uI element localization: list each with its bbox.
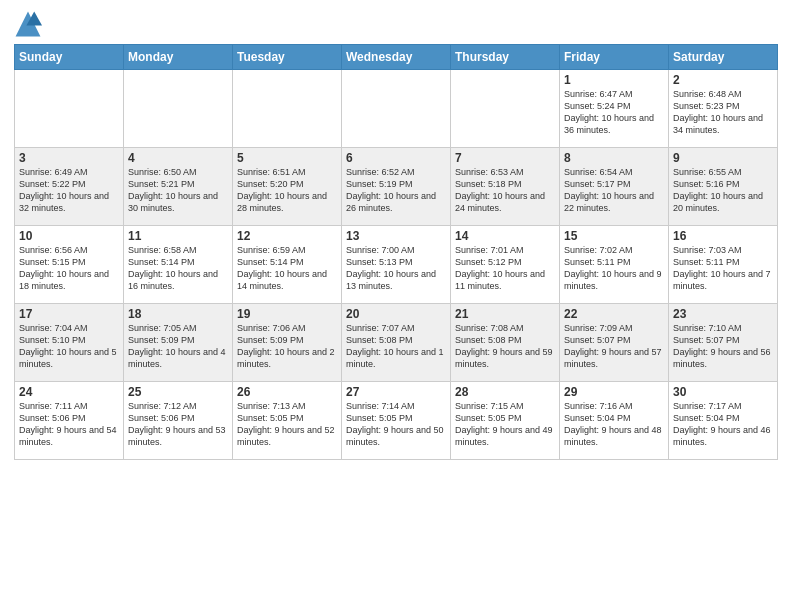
- day-info: Sunrise: 7:10 AM Sunset: 5:07 PM Dayligh…: [673, 322, 773, 371]
- day-info: Sunrise: 7:09 AM Sunset: 5:07 PM Dayligh…: [564, 322, 664, 371]
- calendar-cell: 4Sunrise: 6:50 AM Sunset: 5:21 PM Daylig…: [124, 148, 233, 226]
- day-info: Sunrise: 7:13 AM Sunset: 5:05 PM Dayligh…: [237, 400, 337, 449]
- day-info: Sunrise: 7:00 AM Sunset: 5:13 PM Dayligh…: [346, 244, 446, 293]
- header-day-tuesday: Tuesday: [233, 45, 342, 70]
- day-number: 15: [564, 229, 664, 243]
- calendar-cell: [342, 70, 451, 148]
- day-info: Sunrise: 6:50 AM Sunset: 5:21 PM Dayligh…: [128, 166, 228, 215]
- day-info: Sunrise: 7:08 AM Sunset: 5:08 PM Dayligh…: [455, 322, 555, 371]
- calendar-cell: 16Sunrise: 7:03 AM Sunset: 5:11 PM Dayli…: [669, 226, 778, 304]
- day-info: Sunrise: 7:14 AM Sunset: 5:05 PM Dayligh…: [346, 400, 446, 449]
- calendar-week-1: 1Sunrise: 6:47 AM Sunset: 5:24 PM Daylig…: [15, 70, 778, 148]
- calendar-cell: 17Sunrise: 7:04 AM Sunset: 5:10 PM Dayli…: [15, 304, 124, 382]
- calendar-cell: [124, 70, 233, 148]
- calendar-week-3: 10Sunrise: 6:56 AM Sunset: 5:15 PM Dayli…: [15, 226, 778, 304]
- day-number: 3: [19, 151, 119, 165]
- calendar-cell: 19Sunrise: 7:06 AM Sunset: 5:09 PM Dayli…: [233, 304, 342, 382]
- day-number: 25: [128, 385, 228, 399]
- calendar-cell: 7Sunrise: 6:53 AM Sunset: 5:18 PM Daylig…: [451, 148, 560, 226]
- calendar-week-2: 3Sunrise: 6:49 AM Sunset: 5:22 PM Daylig…: [15, 148, 778, 226]
- calendar-cell: 24Sunrise: 7:11 AM Sunset: 5:06 PM Dayli…: [15, 382, 124, 460]
- day-number: 19: [237, 307, 337, 321]
- calendar-week-5: 24Sunrise: 7:11 AM Sunset: 5:06 PM Dayli…: [15, 382, 778, 460]
- calendar-cell: 30Sunrise: 7:17 AM Sunset: 5:04 PM Dayli…: [669, 382, 778, 460]
- day-info: Sunrise: 7:06 AM Sunset: 5:09 PM Dayligh…: [237, 322, 337, 371]
- day-info: Sunrise: 6:59 AM Sunset: 5:14 PM Dayligh…: [237, 244, 337, 293]
- day-info: Sunrise: 6:52 AM Sunset: 5:19 PM Dayligh…: [346, 166, 446, 215]
- day-info: Sunrise: 7:03 AM Sunset: 5:11 PM Dayligh…: [673, 244, 773, 293]
- day-info: Sunrise: 7:05 AM Sunset: 5:09 PM Dayligh…: [128, 322, 228, 371]
- day-info: Sunrise: 7:17 AM Sunset: 5:04 PM Dayligh…: [673, 400, 773, 449]
- calendar-cell: 23Sunrise: 7:10 AM Sunset: 5:07 PM Dayli…: [669, 304, 778, 382]
- day-info: Sunrise: 6:49 AM Sunset: 5:22 PM Dayligh…: [19, 166, 119, 215]
- calendar-cell: [15, 70, 124, 148]
- day-number: 29: [564, 385, 664, 399]
- calendar-header-row: SundayMondayTuesdayWednesdayThursdayFrid…: [15, 45, 778, 70]
- logo: [14, 10, 46, 38]
- calendar-week-4: 17Sunrise: 7:04 AM Sunset: 5:10 PM Dayli…: [15, 304, 778, 382]
- day-info: Sunrise: 6:48 AM Sunset: 5:23 PM Dayligh…: [673, 88, 773, 137]
- header-day-wednesday: Wednesday: [342, 45, 451, 70]
- day-info: Sunrise: 6:56 AM Sunset: 5:15 PM Dayligh…: [19, 244, 119, 293]
- header-day-saturday: Saturday: [669, 45, 778, 70]
- day-number: 6: [346, 151, 446, 165]
- day-info: Sunrise: 6:54 AM Sunset: 5:17 PM Dayligh…: [564, 166, 664, 215]
- day-number: 26: [237, 385, 337, 399]
- day-number: 17: [19, 307, 119, 321]
- calendar-cell: [451, 70, 560, 148]
- day-number: 4: [128, 151, 228, 165]
- calendar-cell: 22Sunrise: 7:09 AM Sunset: 5:07 PM Dayli…: [560, 304, 669, 382]
- day-number: 7: [455, 151, 555, 165]
- day-number: 1: [564, 73, 664, 87]
- calendar-cell: [233, 70, 342, 148]
- day-number: 10: [19, 229, 119, 243]
- day-number: 18: [128, 307, 228, 321]
- page-container: SundayMondayTuesdayWednesdayThursdayFrid…: [0, 0, 792, 466]
- calendar-cell: 15Sunrise: 7:02 AM Sunset: 5:11 PM Dayli…: [560, 226, 669, 304]
- header-day-monday: Monday: [124, 45, 233, 70]
- day-number: 23: [673, 307, 773, 321]
- day-info: Sunrise: 7:15 AM Sunset: 5:05 PM Dayligh…: [455, 400, 555, 449]
- day-number: 12: [237, 229, 337, 243]
- day-info: Sunrise: 7:04 AM Sunset: 5:10 PM Dayligh…: [19, 322, 119, 371]
- day-info: Sunrise: 7:16 AM Sunset: 5:04 PM Dayligh…: [564, 400, 664, 449]
- calendar-cell: 20Sunrise: 7:07 AM Sunset: 5:08 PM Dayli…: [342, 304, 451, 382]
- calendar-cell: 5Sunrise: 6:51 AM Sunset: 5:20 PM Daylig…: [233, 148, 342, 226]
- day-info: Sunrise: 6:47 AM Sunset: 5:24 PM Dayligh…: [564, 88, 664, 137]
- day-number: 30: [673, 385, 773, 399]
- day-number: 5: [237, 151, 337, 165]
- header-day-sunday: Sunday: [15, 45, 124, 70]
- calendar-cell: 18Sunrise: 7:05 AM Sunset: 5:09 PM Dayli…: [124, 304, 233, 382]
- day-number: 22: [564, 307, 664, 321]
- calendar-cell: 21Sunrise: 7:08 AM Sunset: 5:08 PM Dayli…: [451, 304, 560, 382]
- logo-icon: [14, 10, 42, 38]
- calendar-cell: 27Sunrise: 7:14 AM Sunset: 5:05 PM Dayli…: [342, 382, 451, 460]
- header-day-thursday: Thursday: [451, 45, 560, 70]
- calendar-cell: 11Sunrise: 6:58 AM Sunset: 5:14 PM Dayli…: [124, 226, 233, 304]
- day-number: 20: [346, 307, 446, 321]
- day-info: Sunrise: 6:51 AM Sunset: 5:20 PM Dayligh…: [237, 166, 337, 215]
- day-info: Sunrise: 6:55 AM Sunset: 5:16 PM Dayligh…: [673, 166, 773, 215]
- header: [14, 10, 778, 38]
- calendar-cell: 13Sunrise: 7:00 AM Sunset: 5:13 PM Dayli…: [342, 226, 451, 304]
- day-number: 8: [564, 151, 664, 165]
- day-number: 28: [455, 385, 555, 399]
- day-info: Sunrise: 6:53 AM Sunset: 5:18 PM Dayligh…: [455, 166, 555, 215]
- day-number: 2: [673, 73, 773, 87]
- day-number: 21: [455, 307, 555, 321]
- calendar-cell: 8Sunrise: 6:54 AM Sunset: 5:17 PM Daylig…: [560, 148, 669, 226]
- calendar-cell: 26Sunrise: 7:13 AM Sunset: 5:05 PM Dayli…: [233, 382, 342, 460]
- calendar: SundayMondayTuesdayWednesdayThursdayFrid…: [14, 44, 778, 460]
- day-number: 11: [128, 229, 228, 243]
- day-info: Sunrise: 7:02 AM Sunset: 5:11 PM Dayligh…: [564, 244, 664, 293]
- calendar-cell: 9Sunrise: 6:55 AM Sunset: 5:16 PM Daylig…: [669, 148, 778, 226]
- calendar-cell: 29Sunrise: 7:16 AM Sunset: 5:04 PM Dayli…: [560, 382, 669, 460]
- calendar-cell: 2Sunrise: 6:48 AM Sunset: 5:23 PM Daylig…: [669, 70, 778, 148]
- day-number: 27: [346, 385, 446, 399]
- calendar-cell: 14Sunrise: 7:01 AM Sunset: 5:12 PM Dayli…: [451, 226, 560, 304]
- day-number: 16: [673, 229, 773, 243]
- calendar-cell: 28Sunrise: 7:15 AM Sunset: 5:05 PM Dayli…: [451, 382, 560, 460]
- day-info: Sunrise: 7:07 AM Sunset: 5:08 PM Dayligh…: [346, 322, 446, 371]
- day-info: Sunrise: 6:58 AM Sunset: 5:14 PM Dayligh…: [128, 244, 228, 293]
- header-day-friday: Friday: [560, 45, 669, 70]
